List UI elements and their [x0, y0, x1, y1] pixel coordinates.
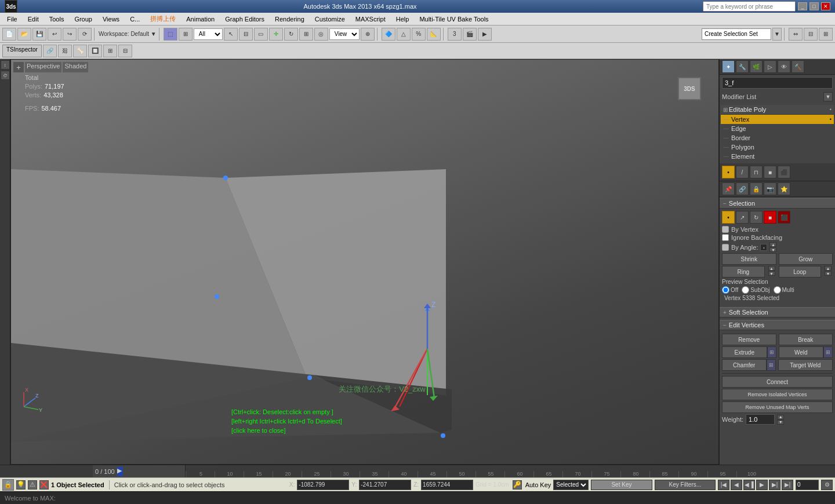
panel-action-lock[interactable]: 🔒 — [750, 182, 763, 195]
loop-down-btn[interactable]: ▼ — [825, 271, 832, 276]
grow-button[interactable]: Grow — [779, 253, 833, 265]
radio-subobj[interactable] — [742, 286, 749, 294]
status-error-icon[interactable]: ❌ — [39, 480, 49, 490]
tb-new[interactable]: 📄 — [2, 28, 16, 41]
tb-undo[interactable]: ↩ — [48, 28, 61, 41]
pb-next-frame[interactable]: ▶| — [769, 480, 780, 490]
tb2-link[interactable]: 🔗 — [43, 45, 57, 57]
extrude-settings-btn[interactable]: ⊞ — [767, 346, 776, 358]
sel-border-icon[interactable]: ↻ — [750, 211, 763, 224]
weight-up-btn[interactable]: ▲ — [777, 415, 784, 419]
panel-tab-utilities[interactable]: 🔨 — [792, 60, 804, 73]
subobj-polygon-icon[interactable]: ■ — [764, 166, 776, 178]
object-name-field[interactable] — [722, 77, 833, 89]
weight-input[interactable] — [746, 414, 775, 425]
menu-help[interactable]: Help — [391, 14, 414, 24]
tb-select-region[interactable]: ⊟ — [239, 28, 253, 41]
subobj-vertex-icon[interactable]: • — [722, 166, 735, 178]
menu-customize[interactable]: Customize — [310, 14, 350, 24]
menu-rendering[interactable]: Rendering — [270, 14, 309, 24]
tb-move[interactable]: ✛ — [269, 28, 283, 41]
tb-rect-select[interactable]: ▭ — [254, 28, 268, 41]
selection-section-header[interactable]: − Selection — [720, 198, 835, 209]
radio-subobj-label[interactable]: SubObj — [742, 286, 769, 294]
weld-button[interactable]: Weld — [779, 346, 824, 358]
menu-file[interactable]: File — [2, 14, 22, 24]
tree-edge[interactable]: ···· Edge — [721, 124, 834, 133]
tb2-select-similar[interactable]: ⊟ — [118, 45, 132, 57]
pb-go-start[interactable]: |◀ — [718, 480, 729, 490]
menu-animation[interactable]: Animation — [181, 14, 219, 24]
panel-tab-display[interactable]: 👁 — [778, 60, 790, 73]
viewport-plus-btn[interactable]: + — [13, 62, 24, 72]
remove-isolated-button[interactable]: Remove Isolated Vertices — [722, 389, 833, 400]
tb-align[interactable]: ⊟ — [804, 28, 818, 41]
frame-input[interactable] — [796, 480, 819, 490]
sel-edge-icon[interactable]: ↗ — [736, 211, 749, 224]
tb-select2[interactable]: ⊞ — [179, 28, 193, 41]
close-button[interactable]: ✕ — [821, 2, 830, 10]
pb-prev-frame[interactable]: ◀ — [731, 480, 742, 490]
tb-align2[interactable]: ⊞ — [819, 28, 833, 41]
sel-polygon-icon[interactable]: ■ — [764, 211, 776, 224]
viewport-perspective-label[interactable]: Perspective — [25, 62, 61, 72]
radio-multi[interactable] — [774, 286, 781, 294]
timeline-arrow-right[interactable]: ▶ — [117, 467, 123, 476]
tb-rotate[interactable]: ↻ — [284, 28, 298, 41]
extrude-button[interactable]: Extrude — [722, 346, 767, 358]
menu-group[interactable]: Group — [70, 14, 97, 24]
tb-snap[interactable]: 🔷 — [382, 28, 395, 41]
create-selection-input[interactable] — [702, 28, 771, 40]
break-button[interactable]: Break — [779, 334, 833, 345]
view-dropdown[interactable]: View — [329, 28, 360, 40]
ts-inspector-button[interactable]: TSInspector — [2, 45, 42, 57]
all-dropdown[interactable]: All — [194, 28, 223, 40]
ignore-backfacing-checkbox[interactable] — [722, 234, 729, 241]
tb-save[interactable]: 💾 — [32, 28, 46, 41]
menu-edit[interactable]: Edit — [23, 14, 43, 24]
viewport[interactable]: Z Z Y X + Perspective Shaded Tota — [10, 59, 719, 465]
panel-action-highlight[interactable]: ⭐ — [778, 182, 790, 195]
subobj-border-icon[interactable]: ⊓ — [750, 166, 763, 178]
panel-tab-modify[interactable]: 🔧 — [736, 60, 749, 73]
tb-percent-snap[interactable]: % — [412, 28, 426, 41]
connect-button[interactable]: Connect — [722, 376, 833, 388]
menu-upload[interactable]: 拼搏上传 — [146, 13, 180, 24]
panel-tab-motion[interactable]: ▷ — [764, 60, 776, 73]
maximize-button[interactable]: □ — [809, 2, 819, 10]
tb-render-frame[interactable]: 🎬 — [463, 28, 477, 41]
tree-element[interactable]: ···· Element — [721, 152, 834, 161]
create-selection-arrow[interactable]: ▼ — [772, 28, 782, 41]
edit-vertices-header[interactable]: − Edit Vertices — [720, 320, 835, 330]
status-warning-icon[interactable]: ⚠ — [28, 480, 37, 490]
by-angle-input[interactable] — [760, 244, 767, 251]
tb-select[interactable]: ⬚ — [164, 28, 177, 41]
tb-mirror[interactable]: ⇔ — [789, 28, 803, 41]
ring-up-btn[interactable]: ▲ — [768, 266, 775, 271]
tree-polygon[interactable]: ···· Polygon — [721, 143, 834, 152]
search-input[interactable] — [703, 1, 796, 12]
by-angle-up[interactable]: ▲ — [769, 242, 776, 247]
status-info-icon[interactable]: 💡 — [16, 480, 26, 490]
tb-pivot[interactable]: ⊕ — [361, 28, 375, 41]
chamfer-settings-btn[interactable]: ⊞ — [767, 359, 776, 371]
pb-go-end[interactable]: ▶| — [782, 480, 793, 490]
menu-graph-editors[interactable]: Graph Editors — [220, 14, 269, 24]
soft-selection-header[interactable]: + Soft Selection — [720, 307, 835, 317]
tb-history[interactable]: ⟳ — [78, 28, 92, 41]
pb-play-forward[interactable]: ▶ — [756, 480, 768, 490]
panel-tab-create[interactable]: ✦ — [722, 60, 735, 73]
tb-angle-snap[interactable]: △ — [397, 28, 411, 41]
chamfer-button[interactable]: Chamfer — [722, 359, 767, 371]
key-filters-button[interactable]: Key Filters... — [655, 480, 716, 490]
pb-time-config[interactable]: ⚙ — [821, 480, 833, 490]
loop-up-btn[interactable]: ▲ — [825, 266, 832, 271]
tb-redo[interactable]: ↪ — [63, 28, 77, 41]
sel-element-icon[interactable]: ⬛ — [778, 211, 790, 224]
by-angle-down[interactable]: ▼ — [769, 247, 776, 252]
loop-button[interactable]: Loop — [779, 266, 822, 277]
shrink-button[interactable]: Shrink — [722, 253, 776, 265]
remove-unused-button[interactable]: Remove Unused Map Verts — [722, 401, 833, 413]
radio-multi-label[interactable]: Multi — [774, 286, 794, 294]
panel-action-link[interactable]: 🔗 — [736, 182, 749, 195]
